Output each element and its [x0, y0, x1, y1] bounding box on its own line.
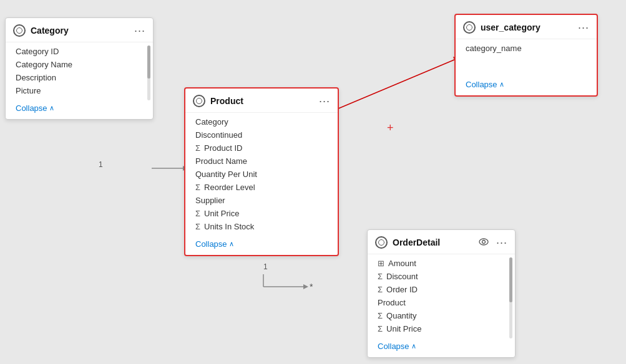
list-item: Picture [6, 84, 153, 97]
user-category-chevron-icon: ∧ [499, 80, 504, 89]
user-category-card-footer: Collapse ∧ [456, 76, 597, 95]
product-collapse-button[interactable]: Collapse ∧ [195, 239, 328, 249]
list-item: ΣProduct ID [185, 141, 338, 155]
category-scrollbar[interactable] [147, 46, 150, 100]
svg-line-5 [337, 59, 456, 109]
list-item: Quantity Per Unit [185, 168, 338, 181]
user-category-card-title: user_category [481, 22, 573, 32]
product-card-body: Category Discontinued ΣProduct ID Produc… [185, 113, 338, 236]
list-item: Discontinued [185, 128, 338, 141]
sigma-icon: Σ [195, 209, 200, 218]
user-category-menu-button[interactable]: ··· [578, 22, 589, 33]
user-category-card-body: category_name [456, 39, 597, 57]
order-detail-scrollbar-thumb [509, 257, 512, 302]
order-detail-card-footer: Collapse ∧ [368, 338, 515, 357]
svg-point-8 [482, 241, 485, 244]
product-card-footer: Collapse ∧ [185, 236, 338, 255]
category-card-header: Category ··· [6, 18, 153, 42]
order-detail-card-body: ⊞ Amount ΣDiscount ΣOrder ID Product ΣQu… [368, 254, 515, 338]
list-item: Product [368, 296, 515, 309]
list-item: Category Name [6, 58, 153, 71]
cardinality-many-orderdetail: * [310, 282, 313, 292]
user-category-table-icon [463, 21, 476, 34]
list-item: ΣOrder ID [368, 283, 515, 296]
user-category-collapse-button[interactable]: Collapse ∧ [466, 80, 587, 89]
order-detail-table-icon [375, 236, 388, 249]
list-item: ΣReorder Level [185, 181, 338, 194]
add-relationship-button[interactable]: + [387, 122, 394, 135]
order-detail-eye-icon[interactable] [479, 237, 489, 247]
category-chevron-icon: ∧ [49, 104, 54, 112]
list-item: Description [6, 71, 153, 84]
category-collapse-button[interactable]: Collapse ∧ [16, 103, 143, 113]
table-icon: ⊞ [378, 259, 384, 268]
product-table-icon [193, 95, 205, 107]
order-detail-chevron-icon: ∧ [411, 342, 416, 350]
user-category-card-header: user_category ··· [456, 15, 597, 39]
sigma-icon: Σ [195, 183, 200, 192]
canvas: 1 * 1 * + Category ··· Category ID Categ… [0, 0, 626, 364]
sigma-icon: Σ [378, 311, 383, 320]
category-menu-button[interactable]: ··· [134, 25, 145, 36]
product-menu-button[interactable]: ··· [319, 95, 330, 107]
product-chevron-icon: ∧ [229, 240, 234, 248]
list-item: ΣDiscount [368, 270, 515, 283]
sigma-icon: Σ [378, 272, 383, 281]
list-item: ΣQuantity [368, 309, 515, 322]
order-detail-card: OrderDetail ··· ⊞ Amount ΣDiscount ΣOrde… [367, 229, 516, 358]
order-detail-card-header: OrderDetail ··· [368, 230, 515, 254]
order-detail-menu-button[interactable]: ··· [496, 237, 507, 248]
list-item: Category ID [6, 45, 153, 58]
order-detail-card-title: OrderDetail [393, 237, 474, 247]
svg-marker-4 [303, 284, 308, 289]
list-item: Category [185, 115, 338, 128]
product-card: Product ··· Category Discontinued ΣProdu… [184, 87, 339, 256]
sigma-icon: Σ [378, 324, 383, 333]
category-card-body: Category ID Category Name Description Pi… [6, 42, 153, 100]
category-card-footer: Collapse ∧ [6, 100, 153, 119]
cardinality-1-product: 1 [263, 262, 268, 271]
product-card-title: Product [210, 96, 314, 106]
list-item: ⊞ Amount [368, 257, 515, 270]
list-item: category_name [456, 42, 597, 55]
list-item: ΣUnits In Stock [185, 220, 338, 233]
category-card: Category ··· Category ID Category Name D… [5, 17, 154, 120]
order-detail-collapse-button[interactable]: Collapse ∧ [378, 342, 505, 351]
user-category-card: user_category ··· category_name Collapse… [454, 14, 598, 97]
list-item: ΣUnit Price [185, 207, 338, 220]
category-scrollbar-thumb [147, 46, 150, 79]
category-table-icon [13, 24, 26, 37]
list-item: Product Name [185, 155, 338, 168]
sigma-icon: Σ [378, 285, 383, 294]
list-item: Supplier [185, 194, 338, 207]
svg-point-7 [479, 239, 488, 245]
sigma-icon: Σ [195, 143, 200, 153]
list-item: ΣUnit Price [368, 322, 515, 335]
product-card-header: Product ··· [185, 89, 338, 113]
order-detail-scrollbar[interactable] [509, 257, 512, 338]
sigma-icon: Σ [195, 222, 200, 231]
cardinality-1-cat: 1 [99, 160, 103, 169]
category-card-title: Category [31, 26, 129, 36]
